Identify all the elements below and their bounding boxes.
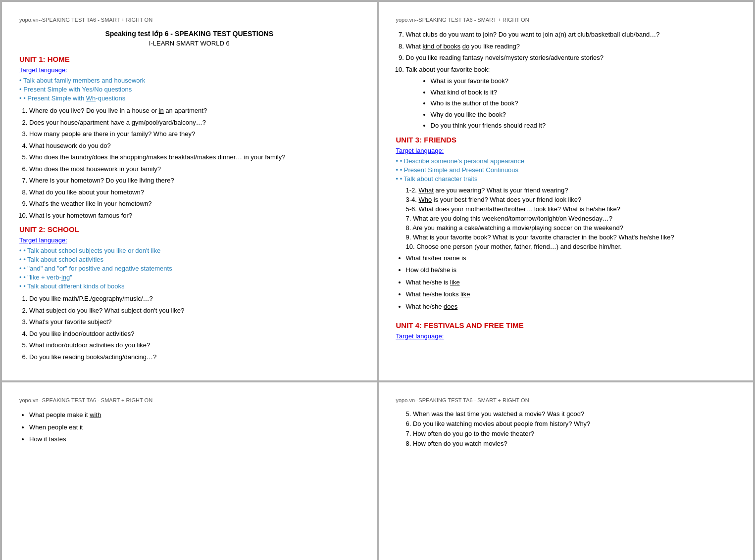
unit2-q3: What's your favorite subject?: [29, 317, 359, 327]
unit1-bullet-1: Present Simple with Yes/No questions: [19, 86, 359, 93]
bottom-left-bullets: What people make it with When people eat…: [29, 410, 359, 444]
unit3-bullet-0: • Describe someone's personal appearance: [396, 157, 736, 165]
unit3-bullet-2: • Talk about character traits: [396, 175, 736, 183]
unit1-q8: What do you like about your hometown?: [29, 187, 359, 197]
panel-top-left: yopo.vn--SPEAKING TEST TA6 - SMART + RIG…: [2, 2, 377, 380]
unit2-q6: Do you like reading books/acting/dancing…: [29, 352, 359, 362]
unit1-q3: How many people are there in your family…: [29, 129, 359, 139]
br-q5: 5. When was the last time you watched a …: [406, 410, 736, 418]
person-desc-bullets: What his/her name is How old he/she is W…: [406, 253, 736, 312]
bottom-right-questions: 5. When was the last time you watched a …: [406, 410, 736, 447]
cont-q9: Do you like reading fantasy novels/myste…: [406, 53, 736, 63]
panel-top-right: yopo.vn--SPEAKING TEST TA6 - SMART + RIG…: [379, 2, 754, 380]
watermark-top-left: yopo.vn--SPEAKING TEST TA6 - SMART + RIG…: [19, 17, 359, 23]
fav-book-b5: Do you think your friends should read it…: [431, 121, 736, 131]
unit1-heading: UNIT 1: HOME: [19, 55, 359, 63]
unit2-bullet-0: • Talk about school subjects you like or…: [19, 247, 359, 254]
unit1-q9: What's the weather like in your hometown…: [29, 199, 359, 209]
unit1-q4: What housework do you do?: [29, 141, 359, 151]
unit3-bullet-1: • Present Simple and Present Continuous: [396, 166, 736, 174]
bl-b2: When people eat it: [29, 422, 359, 432]
unit3-q12: 1-2. What are you wearing? What is your …: [406, 187, 736, 194]
fav-book-b1: What is your favorite book?: [431, 76, 736, 86]
unit3-q8: 8. Are you making a cake/watching a movi…: [406, 224, 736, 232]
cont-q10: Talk about your favorite book: What is y…: [406, 65, 736, 131]
unit2-bullet-4: • Talk about different kinds of books: [19, 282, 359, 290]
watermark-bottom-right: yopo.vn--SPEAKING TEST TA6 - SMART + RIG…: [396, 397, 736, 403]
unit2-q4: Do you like indoor/outdoor activities?: [29, 329, 359, 339]
unit4-heading: UNIT 4: FESTIVALS AND FREE TIME: [396, 321, 736, 329]
unit3-heading: UNIT 3: FRIENDS: [396, 136, 736, 144]
unit1-q1: Where do you live? Do you live in a hous…: [29, 106, 359, 116]
unit2-bullet-2: • "and" and "or" for positive and negati…: [19, 265, 359, 272]
unit1-q2: Does your house/apartment have a gym/poo…: [29, 118, 359, 128]
person-b1: What his/her name is: [406, 253, 736, 263]
person-b5: What he/she does: [406, 302, 736, 312]
cont-q8: What kind of books do you like reading?: [406, 42, 736, 51]
unit1-q7: Where is your hometown? Do you like livi…: [29, 176, 359, 186]
panel-bottom-right: yopo.vn--SPEAKING TEST TA6 - SMART + RIG…: [379, 382, 754, 560]
unit2-bullet-1: • Talk about school activities: [19, 256, 359, 263]
watermark-top-right: yopo.vn--SPEAKING TEST TA6 - SMART + RIG…: [396, 17, 736, 23]
unit3-q9: 9. What is your favorite book? What is y…: [406, 233, 736, 241]
br-q8: 8. How often do you watch movies?: [406, 440, 736, 447]
unit2-q1: Do you like math/P.E./geography/music/…?: [29, 294, 359, 304]
unit3-questions-block: 1-2. What are you wearing? What is your …: [406, 187, 736, 250]
watermark-bottom-left: yopo.vn--SPEAKING TEST TA6 - SMART + RIG…: [19, 397, 359, 403]
unit3-q34: 3-4. Who is your best friend? What does …: [406, 196, 736, 203]
unit2-heading: UNIT 2: SCHOOL: [19, 225, 359, 233]
person-b4: What he/she looks like: [406, 289, 736, 299]
fav-book-b2: What kind of book is it?: [431, 88, 736, 97]
unit1-bullet-0: Talk about family members and housework: [19, 77, 359, 84]
person-b2: How old he/she is: [406, 265, 736, 275]
unit1-questions: Where do you live? Do you live in a hous…: [29, 106, 359, 220]
unit1-q6: Who does the most housework in your fami…: [29, 164, 359, 174]
person-b3: What he/she is like: [406, 278, 736, 287]
unit3-q10: 10. Choose one person (your mother, fath…: [406, 243, 736, 250]
unit1-q10: What is your hometown famous for?: [29, 211, 359, 221]
doc-subtitle: I-LEARN SMART WORLD 6: [19, 40, 359, 47]
unit1-bullet-2: • Present Simple with Wh-questions: [19, 94, 359, 102]
page-grid: yopo.vn--SPEAKING TEST TA6 - SMART + RIG…: [0, 0, 755, 560]
unit3-q7: 7. What are you doing this weekend/tomor…: [406, 215, 736, 222]
unit1-q5: Who does the laundry/does the shopping/m…: [29, 152, 359, 162]
cont-q7: What clubs do you want to join? Do you w…: [406, 30, 736, 40]
unit2-q5: What indoor/outdoor activities do you li…: [29, 340, 359, 350]
unit3-q56: 5-6. What does your mother/father/brothe…: [406, 205, 736, 213]
fav-book-b4: Why do you like the book?: [431, 110, 736, 120]
fav-book-b3: Who is the author of the book?: [431, 98, 736, 108]
fav-book-bullets: What is your favorite book? What kind of…: [431, 76, 736, 131]
unit2-bullet-3: • "like + verb-ing": [19, 274, 359, 281]
bl-b1: What people make it with: [29, 410, 359, 420]
bl-b3: How it tastes: [29, 434, 359, 444]
continued-questions: What clubs do you want to join? Do you w…: [406, 30, 736, 131]
unit2-questions: Do you like math/P.E./geography/music/…?…: [29, 294, 359, 362]
doc-title: Speaking test lớp 6 - SPEAKING TEST QUES…: [19, 30, 359, 38]
unit2-q2: What subject do you like? What subject d…: [29, 306, 359, 316]
br-q6: 6. Do you like watching movies about peo…: [406, 420, 736, 427]
unit3-target-lang[interactable]: Target language:: [396, 147, 736, 154]
unit2-target-lang[interactable]: Target language:: [19, 236, 359, 244]
unit4-target-lang[interactable]: Target language:: [396, 332, 736, 340]
panel-bottom-left: yopo.vn--SPEAKING TEST TA6 - SMART + RIG…: [2, 382, 377, 560]
br-q7: 7. How often do you go to the movie thea…: [406, 430, 736, 437]
unit1-target-lang[interactable]: Target language:: [19, 66, 359, 74]
